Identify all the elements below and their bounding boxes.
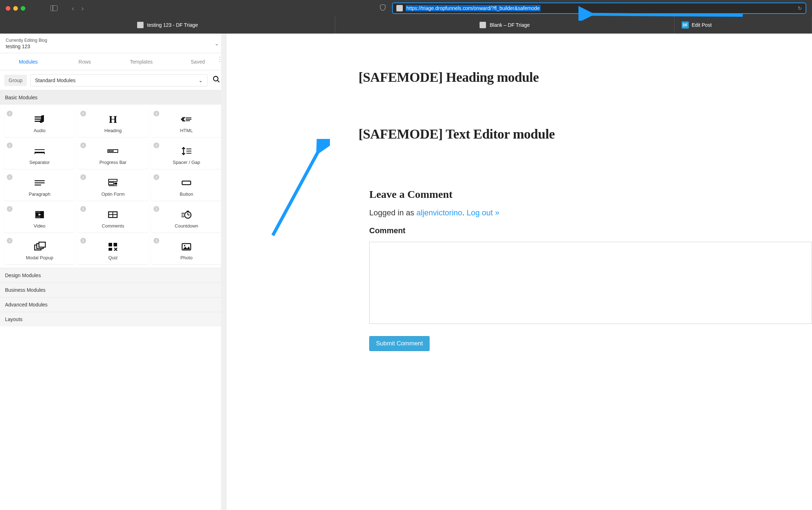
info-icon[interactable]: i (154, 238, 159, 244)
audio-icon (32, 114, 47, 125)
optin-icon (106, 177, 120, 189)
module-quiz[interactable]: i Quiz (78, 235, 149, 264)
back-button[interactable]: ‹ (72, 4, 74, 12)
module-paragraph[interactable]: i Paragraph (4, 172, 75, 201)
svg-rect-21 (109, 179, 117, 181)
minimize-window-icon[interactable] (13, 6, 18, 11)
builder-sidebar: Currently Editing Blog testing 123 ⌄ Mod… (0, 34, 226, 510)
maximize-window-icon[interactable] (21, 6, 25, 11)
df-badge-icon: DF (682, 21, 689, 29)
html-icon (179, 114, 194, 125)
tab-label: Blank – DF Triage (490, 22, 530, 28)
tab-templates[interactable]: Templates (113, 59, 170, 65)
close-window-icon[interactable] (6, 6, 10, 11)
comment-textarea[interactable] (369, 242, 812, 324)
url-text: https://triage.dropfunnels.com/onward/?f… (406, 5, 541, 11)
reload-icon[interactable]: ↻ (798, 5, 802, 11)
paragraph-icon (32, 177, 47, 189)
module-html[interactable]: i HTML (151, 108, 222, 137)
info-icon[interactable]: i (80, 174, 86, 180)
comments-icon (106, 209, 120, 220)
search-icon[interactable] (211, 74, 222, 86)
photo-icon (179, 241, 194, 252)
info-icon[interactable]: i (154, 111, 159, 116)
separator-icon (32, 145, 47, 157)
svg-rect-48 (109, 248, 112, 251)
window-controls (6, 6, 25, 11)
info-icon[interactable]: i (154, 174, 159, 180)
comment-field-label: Comment (369, 226, 812, 235)
svg-line-2 (217, 80, 220, 82)
countdown-icon (179, 209, 194, 220)
editing-label: Currently Editing Blog (6, 38, 220, 43)
group-bar: Group Standard Modules ⌄ (0, 70, 226, 90)
text-editor-module-output[interactable]: [SAFEMODE] Text Editor module (359, 126, 812, 142)
module-comments[interactable]: i Comments (78, 204, 149, 232)
module-label: Audio (34, 128, 45, 133)
svg-point-50 (184, 245, 185, 246)
svg-line-51 (273, 150, 319, 235)
svg-rect-46 (109, 243, 112, 246)
sidebar-scrollbar[interactable] (221, 34, 226, 510)
info-icon[interactable]: i (80, 238, 86, 244)
info-icon[interactable]: i (7, 111, 12, 116)
info-icon[interactable]: i (7, 206, 12, 212)
group-selected-value: Standard Modules (35, 78, 76, 83)
group-select[interactable]: Standard Modules ⌄ (30, 74, 207, 86)
tab-saved[interactable]: Saved (170, 59, 226, 65)
section-layouts[interactable]: Layouts (0, 312, 226, 326)
forward-button[interactable]: › (81, 4, 84, 12)
logout-link[interactable]: Log out » (467, 208, 500, 217)
module-label: Progress Bar (100, 160, 127, 165)
info-icon[interactable]: i (80, 111, 86, 116)
module-video[interactable]: i Video (4, 204, 75, 232)
module-label: HTML (180, 128, 192, 133)
module-spacer[interactable]: i Spacer / Gap (151, 140, 222, 169)
section-basic-modules[interactable]: Basic Modules (0, 90, 226, 105)
sidebar-toggle-icon[interactable] (50, 5, 57, 11)
sidebar-header[interactable]: Currently Editing Blog testing 123 ⌄ (0, 34, 226, 53)
module-label: Modal Popup (26, 255, 54, 260)
module-modal-popup[interactable]: i Modal Popup (4, 235, 75, 264)
info-icon[interactable]: i (7, 238, 12, 244)
module-audio[interactable]: i Audio (4, 108, 75, 137)
module-button[interactable]: i Button (151, 172, 222, 201)
module-optin-form[interactable]: i Optin Form (78, 172, 149, 201)
info-icon[interactable]: i (80, 206, 86, 212)
module-photo[interactable]: i Photo (151, 235, 222, 264)
info-icon[interactable]: i (7, 142, 12, 148)
info-icon[interactable]: i (154, 142, 159, 148)
editing-title: testing 123 (6, 44, 220, 49)
module-countdown[interactable]: i Countdown (151, 204, 222, 232)
heading-module-output[interactable]: [SAFEMODE] Heading module (359, 69, 812, 85)
tab-favicon (480, 22, 486, 28)
comment-heading: Leave a Comment (369, 188, 812, 200)
tab-rows[interactable]: Rows (56, 59, 113, 65)
svg-line-0 (589, 14, 743, 15)
browser-tab-1[interactable]: testing 123 - DF Triage (0, 16, 335, 34)
section-advanced-modules[interactable]: Advanced Modules (0, 297, 226, 312)
site-favicon (396, 5, 403, 11)
chevron-down-icon[interactable]: ⌄ (215, 41, 219, 46)
info-icon[interactable]: i (7, 174, 12, 180)
module-label: Paragraph (29, 191, 50, 197)
svg-rect-25 (182, 181, 191, 185)
annotation-arrow-url (578, 3, 743, 21)
section-design-modules[interactable]: Design Modules (0, 268, 226, 282)
heading-icon: H (106, 114, 120, 125)
module-label: Photo (180, 255, 192, 260)
section-business-modules[interactable]: Business Modules (0, 282, 226, 297)
info-icon[interactable]: i (154, 206, 159, 212)
svg-point-1 (214, 76, 218, 81)
panel-tabs: Modules Rows Templates Saved (0, 53, 226, 70)
module-heading[interactable]: i H Heading (78, 108, 149, 137)
module-separator[interactable]: i Separator (4, 140, 75, 169)
svg-rect-4 (35, 119, 42, 120)
username-link[interactable]: aljenvictorino (416, 208, 462, 217)
info-icon[interactable]: i (80, 142, 86, 148)
tab-modules[interactable]: Modules (0, 59, 56, 65)
svg-rect-22 (109, 182, 114, 185)
submit-comment-button[interactable]: Submit Comment (369, 336, 430, 351)
module-progress-bar[interactable]: i Progress Bar (78, 140, 149, 169)
shield-icon[interactable] (380, 4, 386, 12)
